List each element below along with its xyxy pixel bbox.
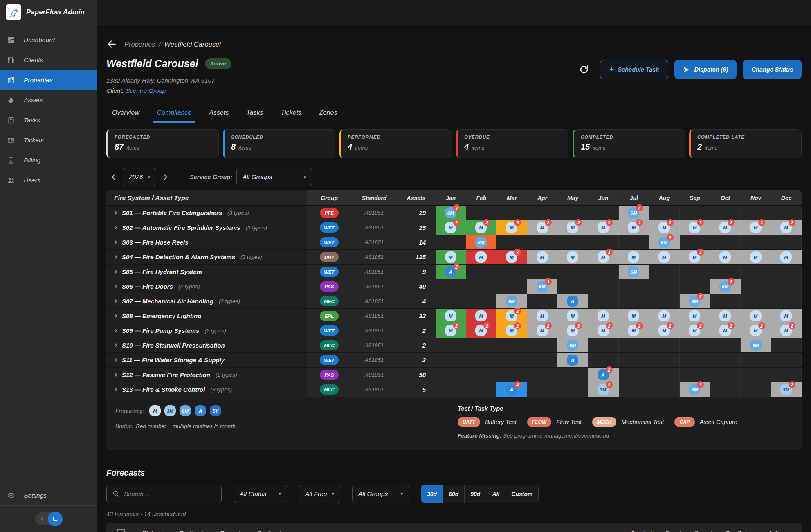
- asset-type-cell[interactable]: S04 — Fire Detection & Alarm Systems(3 t…: [106, 250, 307, 264]
- sidebar-item-users[interactable]: Users: [0, 170, 97, 190]
- month-cell-may[interactable]: M2: [557, 220, 588, 235]
- tab-assets[interactable]: Assets: [208, 106, 229, 122]
- month-cell-mar[interactable]: M2: [496, 323, 527, 338]
- month-cell-sep[interactable]: 6M2: [680, 294, 710, 308]
- search-input[interactable]: [124, 490, 216, 497]
- month-cell-may[interactable]: M: [557, 309, 588, 323]
- asset-type-cell[interactable]: S12 — Passive Fire Protection(2 types): [106, 368, 307, 382]
- month-cell-jan[interactable]: M2: [436, 220, 466, 235]
- month-cell-dec[interactable]: 3M2: [771, 382, 802, 397]
- month-cell-apr[interactable]: 6M3: [527, 279, 558, 294]
- breadcrumb-parent[interactable]: Properties: [124, 40, 155, 48]
- month-cell-dec[interactable]: M2: [771, 323, 802, 338]
- matrix-row[interactable]: S06 — Fire Doors(2 types)PASAS1851406M36…: [106, 279, 802, 294]
- month-cell-jun[interactable]: M: [588, 309, 619, 323]
- next-year-button[interactable]: [156, 168, 173, 186]
- groups-filter[interactable]: All Groups▾: [352, 485, 409, 503]
- matrix-row[interactable]: S05 — Fire Hydrant SystemWETAS18519A26M: [106, 265, 802, 279]
- column-header-freq[interactable]: Freq▴▾: [665, 530, 681, 532]
- month-cell-sep[interactable]: M3: [680, 220, 710, 235]
- month-cell-jul[interactable]: M2: [619, 220, 649, 235]
- status-filter[interactable]: All Status▾: [234, 485, 287, 503]
- select-all-checkbox[interactable]: [117, 529, 125, 532]
- month-cell-aug[interactable]: M2: [649, 323, 680, 338]
- month-cell-nov[interactable]: M: [741, 250, 771, 264]
- prev-year-button[interactable]: [106, 168, 123, 186]
- month-cell-sep[interactable]: M: [680, 309, 710, 323]
- column-header-section[interactable]: Section▴▾: [180, 530, 203, 532]
- matrix-row[interactable]: S03 — Fire Hose ReelsWETAS1851146M6M2: [106, 235, 802, 250]
- month-cell-dec[interactable]: M: [771, 250, 802, 264]
- month-cell-aug[interactable]: 6M2: [649, 235, 680, 249]
- matrix-row[interactable]: S09 — Fire Pump Systems(2 types)WETAS185…: [106, 323, 802, 338]
- month-cell-jun[interactable]: A2: [588, 368, 619, 382]
- tab-tickets[interactable]: Tickets: [280, 106, 302, 122]
- month-cell-mar[interactable]: M2: [496, 250, 527, 264]
- asset-type-cell[interactable]: S01 — Portable Fire Extinguishers(3 type…: [106, 206, 307, 220]
- month-cell-jun[interactable]: M3: [588, 250, 619, 264]
- column-header-group[interactable]: Group▴▾: [220, 530, 240, 532]
- month-cell-nov[interactable]: M2: [741, 323, 771, 338]
- column-header-due-date[interactable]: Due Date↑: [726, 530, 755, 532]
- tab-compliance[interactable]: Compliance: [156, 106, 192, 122]
- change-status-button[interactable]: Change Status: [743, 60, 802, 79]
- month-cell-jan[interactable]: A2: [436, 265, 466, 279]
- month-cell-dec[interactable]: M2: [771, 220, 802, 235]
- month-cell-oct[interactable]: M2: [710, 323, 741, 338]
- tab-zones[interactable]: Zones: [318, 106, 338, 122]
- range-button-30d[interactable]: 30d: [421, 485, 443, 503]
- month-cell-oct[interactable]: 6M2: [710, 279, 741, 294]
- asset-type-cell[interactable]: S13 — Fire & Smoke Control(3 types): [106, 382, 307, 397]
- year-select[interactable]: 2026 ▾: [123, 168, 156, 186]
- month-cell-nov[interactable]: M: [741, 309, 771, 323]
- tab-tasks[interactable]: Tasks: [245, 106, 264, 122]
- range-button-60d[interactable]: 60d: [443, 485, 465, 503]
- month-cell-apr[interactable]: M: [527, 250, 558, 264]
- month-cell-mar[interactable]: A4: [496, 382, 527, 397]
- matrix-row[interactable]: S10 — Fire Stairwell PressurisationMECAS…: [106, 338, 802, 353]
- column-header-assets[interactable]: Assets▴▾: [630, 530, 652, 532]
- month-cell-jun[interactable]: 3M2: [588, 382, 619, 397]
- month-cell-sep[interactable]: M2: [680, 323, 710, 338]
- service-group-select[interactable]: All Groups ▾: [236, 168, 312, 186]
- month-cell-dec[interactable]: M: [771, 309, 802, 323]
- month-cell-jul[interactable]: M2: [619, 323, 649, 338]
- asset-type-cell[interactable]: S02 — Automatic Fire Sprinkler Systems(3…: [106, 220, 307, 235]
- matrix-row[interactable]: S08 — Emergency LightingEPLAS185132MMM2M…: [106, 309, 802, 323]
- matrix-row[interactable]: S02 — Automatic Fire Sprinkler Systems(3…: [106, 220, 802, 235]
- month-cell-nov[interactable]: M2: [741, 220, 771, 235]
- range-button-custom[interactable]: Custom: [505, 485, 538, 503]
- sidebar-item-dashboard[interactable]: Dashboard: [0, 30, 97, 50]
- sidebar-item-assets[interactable]: Assets: [0, 90, 97, 110]
- month-cell-apr[interactable]: M2: [527, 323, 558, 338]
- month-cell-aug[interactable]: M: [649, 309, 680, 323]
- asset-type-cell[interactable]: S08 — Emergency Lighting: [106, 309, 307, 323]
- client-link[interactable]: Scentre Group: [126, 87, 166, 94]
- sidebar-item-billing[interactable]: Billing: [0, 150, 97, 170]
- asset-type-cell[interactable]: S06 — Fire Doors(2 types): [106, 279, 307, 294]
- month-cell-apr[interactable]: M: [527, 309, 558, 323]
- asset-type-cell[interactable]: S10 — Fire Stairwell Pressurisation: [106, 338, 307, 352]
- sidebar-item-tasks[interactable]: Tasks: [0, 110, 97, 130]
- range-button-all[interactable]: All: [486, 485, 505, 503]
- asset-type-cell[interactable]: S11 — Fire Water Storage & Supply: [106, 353, 307, 367]
- matrix-row[interactable]: S11 — Fire Water Storage & SupplyWETAS18…: [106, 353, 802, 368]
- column-header-status[interactable]: Status▴▾: [142, 530, 163, 532]
- month-cell-feb[interactable]: M2: [466, 220, 497, 235]
- month-cell-aug[interactable]: M2: [649, 220, 680, 235]
- month-cell-may[interactable]: A: [557, 294, 588, 308]
- month-cell-may[interactable]: M3: [557, 323, 588, 338]
- month-cell-jun[interactable]: M2: [588, 220, 619, 235]
- sidebar-item-tickets[interactable]: Tickets: [0, 130, 97, 150]
- sidebar-item-clients[interactable]: Clients: [0, 50, 97, 70]
- asset-type-cell[interactable]: S07 — Mechanical Air Handling(2 types): [106, 294, 307, 308]
- column-header-form[interactable]: Form▴▾: [695, 530, 712, 532]
- month-cell-jan[interactable]: M: [436, 309, 466, 323]
- month-cell-may[interactable]: A: [557, 353, 588, 367]
- month-cell-sep[interactable]: 6M3: [680, 382, 710, 397]
- month-cell-mar[interactable]: M2: [496, 309, 527, 323]
- matrix-row[interactable]: S04 — Fire Detection & Alarm Systems(3 t…: [106, 250, 802, 265]
- month-cell-mar[interactable]: 6M: [496, 294, 527, 308]
- matrix-row[interactable]: S13 — Fire & Smoke Control(3 types)MECAS…: [106, 382, 802, 397]
- month-cell-jul[interactable]: M: [619, 250, 649, 264]
